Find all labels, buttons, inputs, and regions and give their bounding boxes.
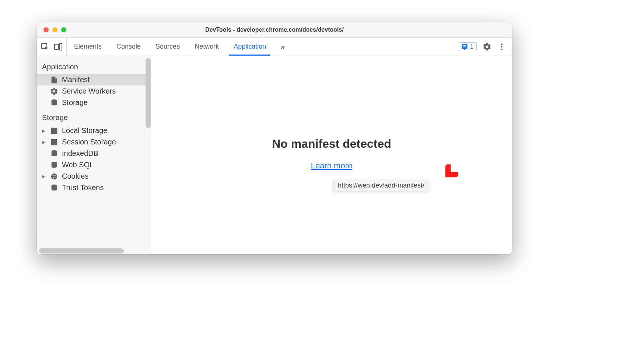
- sidebar-item-label: Storage: [62, 98, 88, 107]
- database-icon: [50, 161, 58, 169]
- svg-point-11: [55, 175, 56, 176]
- sidebar-group-storage: Storage: [37, 108, 151, 125]
- sidebar-scrollbar-horizontal[interactable]: [39, 248, 124, 253]
- svg-point-13: [55, 177, 56, 178]
- sidebar-item-manifest[interactable]: Manifest: [37, 74, 151, 85]
- inspect-element-icon[interactable]: [41, 42, 49, 51]
- issues-badge[interactable]: 1: [458, 42, 477, 51]
- sidebar-item-label: Local Storage: [62, 126, 107, 135]
- empty-state-heading: No manifest detected: [272, 137, 391, 151]
- application-sidebar: Application Manifest Service Workers Sto…: [37, 56, 151, 254]
- sidebar-item-label: Service Workers: [62, 87, 116, 95]
- issues-icon: [461, 43, 468, 50]
- titlebar: DevTools - developer.chrome.com/docs/dev…: [37, 22, 512, 38]
- sidebar-item-label: Web SQL: [62, 161, 94, 169]
- settings-icon[interactable]: [483, 42, 491, 51]
- table-icon: [50, 127, 58, 135]
- chevron-right-icon: ▶: [42, 174, 45, 179]
- window-title: DevTools - developer.chrome.com/docs/dev…: [37, 27, 512, 33]
- sidebar-item-label: Manifest: [62, 76, 90, 84]
- file-icon: [50, 76, 58, 84]
- table-icon: [50, 138, 58, 146]
- main-panel: No manifest detected Learn more https://…: [151, 56, 512, 254]
- database-icon: [50, 150, 58, 158]
- gear-icon: [50, 87, 58, 95]
- sidebar-item-storage[interactable]: Storage: [37, 97, 151, 108]
- close-window-button[interactable]: [43, 27, 49, 32]
- svg-rect-2: [59, 43, 62, 50]
- kebab-menu-icon[interactable]: [497, 42, 506, 51]
- tab-application[interactable]: Application: [226, 38, 273, 56]
- chevron-right-icon: ▶: [42, 140, 45, 145]
- devtools-toolbar: Elements Console Sources Network Applica…: [37, 38, 512, 56]
- issues-count: 1: [470, 43, 473, 50]
- cookie-icon: [50, 172, 58, 181]
- window-controls: [37, 27, 66, 32]
- svg-point-12: [53, 177, 54, 178]
- svg-point-4: [501, 46, 503, 48]
- device-toolbar-icon[interactable]: [54, 42, 63, 51]
- sidebar-item-local-storage[interactable]: ▶ Local Storage: [37, 125, 151, 136]
- learn-more-link[interactable]: Learn more: [311, 161, 353, 171]
- sidebar-item-label: Trust Tokens: [62, 183, 104, 192]
- minimize-window-button[interactable]: [52, 27, 57, 32]
- toolbar-left: [37, 38, 67, 56]
- sidebar-group-application: Application: [37, 57, 151, 74]
- sidebar-item-trust-tokens[interactable]: Trust Tokens: [37, 182, 151, 193]
- sidebar-item-session-storage[interactable]: ▶ Session Storage: [37, 136, 151, 148]
- sidebar-content: Application Manifest Service Workers Sto…: [37, 56, 151, 254]
- chevron-right-icon: ▶: [42, 128, 45, 133]
- link-tooltip: https://web.dev/add-manifest/: [333, 180, 429, 191]
- tab-elements[interactable]: Elements: [67, 38, 109, 56]
- svg-point-5: [501, 49, 503, 50]
- database-icon: [50, 99, 58, 107]
- devtools-window: DevTools - developer.chrome.com/docs/dev…: [37, 22, 512, 254]
- panel-tabs: Elements Console Sources Network Applica…: [67, 38, 452, 56]
- tab-sources[interactable]: Sources: [148, 38, 187, 56]
- database-icon: [50, 184, 58, 192]
- annotation-arrow-icon: [442, 155, 468, 182]
- svg-point-10: [53, 175, 54, 176]
- tab-network[interactable]: Network: [187, 38, 226, 56]
- svg-rect-1: [55, 44, 59, 49]
- sidebar-item-indexeddb[interactable]: IndexedDB: [37, 148, 151, 159]
- maximize-window-button[interactable]: [61, 27, 66, 32]
- toolbar-right: 1: [452, 38, 512, 56]
- sidebar-item-service-workers[interactable]: Service Workers: [37, 85, 151, 97]
- tab-console[interactable]: Console: [109, 38, 148, 56]
- sidebar-item-cookies[interactable]: ▶ Cookies: [37, 171, 151, 182]
- panel-body: Application Manifest Service Workers Sto…: [37, 56, 512, 254]
- svg-point-3: [501, 43, 503, 45]
- tab-more[interactable]: »: [273, 38, 292, 56]
- sidebar-scrollbar-vertical[interactable]: [146, 58, 151, 128]
- svg-point-9: [51, 173, 57, 179]
- sidebar-item-label: Session Storage: [62, 138, 116, 146]
- sidebar-item-label: Cookies: [62, 172, 88, 181]
- sidebar-item-web-sql[interactable]: Web SQL: [37, 159, 151, 171]
- sidebar-item-label: IndexedDB: [62, 149, 98, 158]
